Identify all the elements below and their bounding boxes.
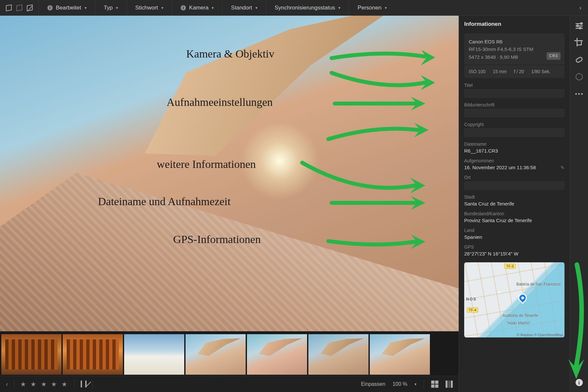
map-pin-icon (516, 292, 529, 304)
panel-title: Informationen (464, 21, 564, 27)
country: Spanien (464, 234, 564, 240)
info-icon: i (181, 5, 186, 10)
filter-stichwort[interactable]: Stichwort▾ (126, 0, 172, 15)
chevron-down-icon: ▾ (212, 6, 214, 10)
thumbnail[interactable] (308, 334, 368, 375)
road-badge: TF-4 (467, 307, 478, 313)
filter-more-icon[interactable]: › (573, 4, 588, 11)
info-panel: Informationen Canon EOS R6 RF15-30mm F4,… (459, 16, 570, 392)
country-label: Land (464, 228, 564, 233)
filmstrip (0, 331, 459, 376)
chevron-down-icon: ▾ (338, 6, 340, 10)
filter-bar: i Bearbeitet▾ Typ▾ Stichwort▾ i Kamera▾ … (0, 0, 588, 16)
info-button[interactable]: i (576, 379, 583, 386)
iso-value: ISO 100 (469, 69, 485, 74)
filter-personen[interactable]: Personen▾ (349, 0, 395, 15)
camera-model: Canon EOS R6 (469, 38, 560, 45)
captured-date: 16. November 2022 um 11:36:58 (464, 165, 536, 170)
lens-model: RF15-30mm F4,5-6,3 IS STM (469, 45, 560, 53)
format-badge: CR3 (547, 52, 561, 60)
flag-rejected-icon[interactable] (27, 5, 33, 11)
location-field[interactable]: Ort (464, 175, 564, 190)
flag-picked-icon[interactable] (6, 5, 12, 11)
chevron-down-icon: ▾ (161, 6, 163, 10)
info-icon: i (47, 5, 53, 10)
filter-bearbeitet[interactable]: i Bearbeitet▾ (39, 0, 95, 15)
map-preview[interactable]: TF-5 TF-4 NOS Batería de San Francisco A… (464, 262, 564, 337)
camera-info: Canon EOS R6 RF15-30mm F4,5-6,3 IS STM 5… (464, 33, 564, 65)
edit-sliders-icon[interactable] (575, 22, 583, 30)
copyright-field[interactable]: Copyright (464, 122, 564, 137)
flag-picked-icon[interactable] (81, 381, 82, 387)
chevron-left-icon[interactable]: ‹ (6, 380, 8, 388)
chevron-down-icon: ▾ (415, 382, 416, 386)
state: Provinz Santa Cruz de Tenerife (464, 218, 564, 223)
compare-view-icon[interactable] (446, 381, 453, 388)
masking-icon[interactable] (575, 73, 583, 81)
map-place-label: Batería de San Francisco (516, 282, 561, 286)
thumbnail[interactable] (1, 334, 61, 375)
aperture: f / 20 (514, 69, 524, 74)
filter-typ[interactable]: Typ▾ (95, 0, 126, 15)
tool-rail: i (570, 16, 588, 392)
crop-icon[interactable] (575, 39, 583, 47)
map-place-label: "Adán Martín" (506, 321, 531, 325)
chevron-down-icon: ▾ (85, 6, 87, 10)
gps-label: GPS (464, 244, 564, 250)
road-badge: TF-5 (504, 264, 516, 269)
city-label: Stadt (464, 194, 564, 200)
fit-button[interactable]: Einpassen (361, 381, 385, 387)
filename: R6__1671.CR3 (464, 148, 564, 154)
more-icon[interactable] (575, 90, 583, 98)
zoom-value[interactable]: 100 % (393, 381, 407, 387)
filter-kamera[interactable]: i Kamera▾ (172, 0, 222, 15)
filename-label: Dateiname (464, 141, 564, 147)
main-photo[interactable]: Kamera & Objektiv Aufnahmeeinstellungen … (0, 16, 459, 331)
map-place-label: Auditorio de Tenerife (502, 313, 538, 318)
chevron-down-icon: ▾ (116, 6, 118, 10)
star-rating[interactable]: ★ ★ ★ ★ ★ (20, 380, 69, 388)
edit-icon[interactable]: ✎ (561, 165, 564, 170)
status-bar: ‹ ★ ★ ★ ★ ★ Einpassen 100 % ▾ (0, 376, 459, 392)
state-label: Bundesland/Kanton (464, 211, 564, 216)
thumbnail-selected[interactable] (370, 334, 430, 375)
thumbnail[interactable] (124, 334, 184, 375)
city: Santa Cruz de Tenerife (464, 201, 564, 206)
grid-view-icon[interactable] (431, 381, 438, 388)
filter-sync[interactable]: Synchronisierungsstatus▾ (266, 0, 349, 15)
gps: 28°27\'23" N 16°15\'4" W (464, 251, 564, 256)
exposure-settings: ISO 100 15 mm f / 20 1/80 Sek. (464, 65, 564, 78)
thumbnail[interactable] (63, 334, 123, 375)
title-field[interactable]: Titel (464, 83, 564, 98)
flag-unflagged-icon[interactable] (16, 5, 22, 11)
map-attribution: © Mapbox © OpenStreetMap (517, 333, 563, 337)
filter-standort[interactable]: Standort▾ (222, 0, 266, 15)
thumbnail[interactable] (186, 334, 246, 375)
caption-field[interactable]: Bildunterschrift (464, 102, 564, 117)
chevron-down-icon: ▾ (385, 6, 387, 10)
map-area-label: NOS (466, 297, 477, 302)
flag-rejected-icon[interactable] (85, 381, 87, 387)
focal-length: 15 mm (493, 69, 507, 74)
healing-icon[interactable] (575, 56, 583, 64)
chevron-down-icon: ▾ (255, 6, 257, 10)
captured-label: Aufgenommen (464, 158, 536, 163)
thumbnail[interactable] (247, 334, 307, 375)
shutter: 1/80 Sek. (531, 69, 550, 74)
